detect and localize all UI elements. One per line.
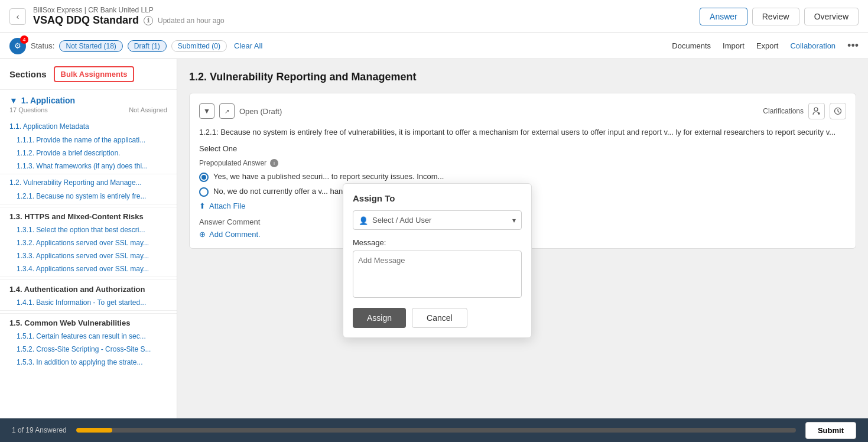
status-chip-submitted[interactable]: Submitted (0) <box>171 40 227 52</box>
more-button[interactable]: ••• <box>847 40 859 52</box>
assign-popup-title: Assign To <box>353 193 522 203</box>
card-status-text: Open (Draft) <box>239 107 282 116</box>
status-chip-not-started[interactable]: Not Started (18) <box>59 40 122 52</box>
attach-file-label: Attach File <box>209 202 245 210</box>
bottom-bar: 1 of 19 Answered Submit <box>0 418 868 442</box>
user-icon: 👤 <box>359 216 368 225</box>
filter-icon-wrap: ⚙ 4 <box>9 38 26 54</box>
info-icon[interactable]: ℹ <box>144 16 153 25</box>
assign-button[interactable]: Assign <box>353 308 406 328</box>
section-1-title[interactable]: ▼ 1. Application <box>9 96 167 105</box>
status-chip-draft[interactable]: Draft (1) <box>128 40 167 52</box>
bulk-assignments-button[interactable]: Bulk Assignments <box>54 66 135 82</box>
clear-all-button[interactable]: Clear All <box>232 41 265 50</box>
radio-yes-text: Yes, we have a published securi... to re… <box>213 172 444 181</box>
main-layout: Sections Bulk Assignments ▼ 1. Applicati… <box>0 59 868 418</box>
progress-bar-wrap <box>76 428 796 433</box>
section-1-label: 1. Application <box>21 96 75 105</box>
upload-icon: ⬆ <box>199 202 206 210</box>
radio-option-yes[interactable]: Yes, we have a published securi... to re… <box>199 172 846 182</box>
overview-button[interactable]: Overview <box>804 8 859 25</box>
section-1-4-title[interactable]: 1.4. Authentication and Authorization <box>0 280 177 296</box>
updated-text: Updated an hour ago <box>158 17 225 25</box>
page-title: VSAQ DDQ Standard ℹ Updated an hour ago <box>33 14 693 27</box>
status-label: Status: <box>31 41 54 50</box>
message-textarea[interactable] <box>353 251 522 298</box>
section-1-assigned: Not Assigned <box>129 106 167 113</box>
svg-point-0 <box>814 108 818 111</box>
question-text: 1.2.1: Because no system is entirely fre… <box>199 126 846 138</box>
status-bar-right: Documents Import Export Collaboration ••… <box>672 40 859 52</box>
import-link[interactable]: Import <box>723 41 745 50</box>
submit-button[interactable]: Submit <box>805 422 856 439</box>
assign-to-popup: Assign To 👤 Select / Add User ▾ Message:… <box>343 183 532 338</box>
add-user-icon-btn[interactable] <box>808 103 825 119</box>
sidebar-subitem-1-2-1[interactable]: 1.2.1. Because no system is entirely fre… <box>0 190 177 203</box>
content-area: 1.2. Vulnerability Reporting and Managem… <box>177 59 868 418</box>
sidebar-subitem-1-5-1[interactable]: 1.5.1. Certain features can result in se… <box>0 330 177 343</box>
clarifications-label: Clarifications <box>763 107 804 115</box>
add-comment-button[interactable]: ⊕ Add Comment. <box>199 230 261 239</box>
prepop-text: Prepopulated Answer <box>199 159 266 167</box>
back-icon: ‹ <box>17 12 19 21</box>
select-one-label: Select One <box>199 144 846 153</box>
add-comment-label: Add Comment. <box>209 230 261 239</box>
sidebar-subitem-1-3-3[interactable]: 1.3.3. Applications served over SSL may.… <box>0 249 177 262</box>
documents-link[interactable]: Documents <box>672 41 711 50</box>
prepop-label: Prepopulated Answer i <box>199 159 846 167</box>
sidebar-subitem-1-4-1[interactable]: 1.4.1. Basic Information - To get starte… <box>0 296 177 309</box>
cancel-button[interactable]: Cancel <box>412 308 467 328</box>
sidebar-subitem-1-3-2[interactable]: 1.3.2. Applications served over SSL may.… <box>0 236 177 249</box>
card-header: ▼ ↗ Open (Draft) Clarifications <box>199 103 846 119</box>
chevron-down-icon: ▾ <box>512 216 516 225</box>
sidebar-item-1-2[interactable]: 1.2. Vulnerability Reporting and Manage.… <box>0 176 177 190</box>
section-1-5-title[interactable]: 1.5. Common Web Vulnerabilities <box>0 313 177 330</box>
message-label: Message: <box>353 238 522 247</box>
plus-circle-icon: ⊕ <box>199 230 206 239</box>
user-select[interactable]: Select / Add User <box>353 210 522 230</box>
sidebar-subitem-1-3-1[interactable]: 1.3.1. Select the option that best descr… <box>0 223 177 236</box>
sidebar-subitem-1-5-2[interactable]: 1.5.2. Cross-Site Scripting - Cross-Site… <box>0 343 177 356</box>
sidebar-subitem-1-1-3[interactable]: 1.1.3. What frameworks (if any) does thi… <box>0 160 177 173</box>
filter-badge: 4 <box>20 35 28 44</box>
sidebar-subitem-1-3-4[interactable]: 1.3.4. Applications served over SSL may.… <box>0 262 177 275</box>
sidebar: Sections Bulk Assignments ▼ 1. Applicati… <box>0 59 177 418</box>
company-name: BillSox Express | CR Bank United LLP <box>33 6 693 14</box>
sidebar-subitem-1-1-1[interactable]: 1.1.1. Provide the name of the applicati… <box>0 134 177 147</box>
section-title: 1.2. Vulnerability Reporting and Managem… <box>189 71 856 83</box>
review-button[interactable]: Review <box>752 8 799 25</box>
card-actions: Clarifications <box>763 103 846 119</box>
radio-no-text: No, we do not currently offer a v... han… <box>213 187 359 196</box>
attach-file-button[interactable]: ⬆ Attach File <box>199 202 245 210</box>
back-button[interactable]: ‹ <box>9 8 26 25</box>
progress-text: 1 of 19 Answered <box>12 426 67 434</box>
sidebar-subitem-1-1-2[interactable]: 1.1.2. Provide a brief description. <box>0 147 177 160</box>
user-select-wrap: 👤 Select / Add User ▾ <box>353 210 522 230</box>
card-chevron-down[interactable]: ▼ <box>199 103 214 119</box>
header-actions: Answer Review Overview <box>700 8 859 25</box>
assign-popup-actions: Assign Cancel <box>353 308 522 328</box>
history-icon-btn[interactable] <box>830 103 846 119</box>
radio-yes-circle <box>199 173 209 182</box>
prepop-info-icon[interactable]: i <box>270 159 278 167</box>
sidebar-header: Sections Bulk Assignments <box>0 59 177 90</box>
progress-bar-fill <box>76 428 112 433</box>
header-title-block: BillSox Express | CR Bank United LLP VSA… <box>33 6 693 27</box>
collaboration-link[interactable]: Collaboration <box>790 41 836 50</box>
status-bar: ⚙ 4 Status: Not Started (18) Draft (1) S… <box>0 33 868 59</box>
sidebar-item-1-1[interactable]: 1.1. Application Metadata <box>0 119 177 134</box>
card-chevron-up[interactable]: ↗ <box>219 103 235 119</box>
radio-no-circle <box>199 187 209 197</box>
sidebar-section-1: ▼ 1. Application 17 Questions Not Assign… <box>0 90 177 119</box>
top-header: ‹ BillSox Express | CR Bank United LLP V… <box>0 0 868 33</box>
export-link[interactable]: Export <box>756 41 779 50</box>
sidebar-subitem-1-5-3[interactable]: 1.5.3. In addition to applying the strat… <box>0 356 177 369</box>
answer-button[interactable]: Answer <box>700 8 747 25</box>
section-1-3-title[interactable]: 1.3. HTTPS and Mixed-Content Risks <box>0 207 177 223</box>
sections-label: Sections <box>9 69 47 79</box>
section-1-meta: 17 Questions Not Assigned <box>9 106 167 113</box>
ddq-title: VSAQ DDQ Standard <box>33 14 139 27</box>
section-1-questions: 17 Questions <box>9 106 48 113</box>
section-1-chevron: ▼ <box>9 96 18 105</box>
